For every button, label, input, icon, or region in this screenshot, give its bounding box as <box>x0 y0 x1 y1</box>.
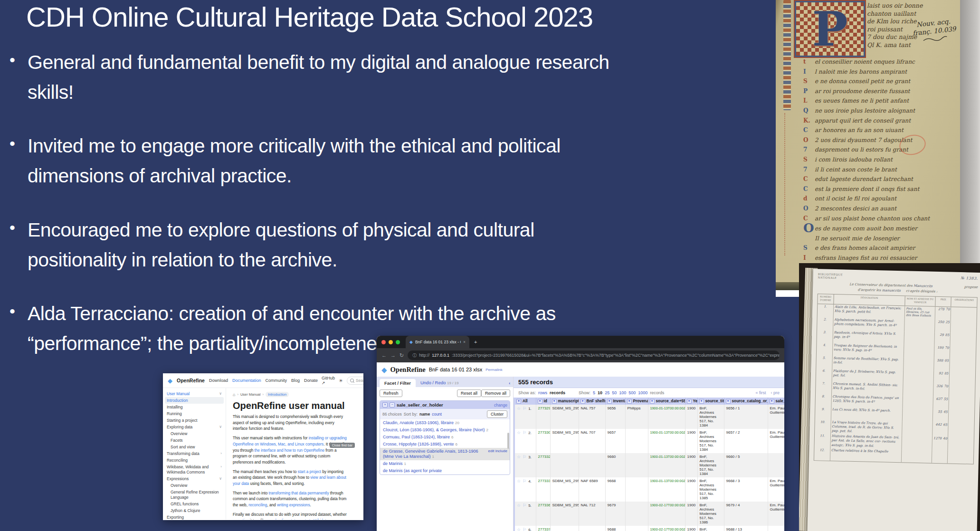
nav-community[interactable]: Community <box>266 378 287 383</box>
page-size-100[interactable]: 100 <box>619 390 626 395</box>
sidebar-item-wikibase[interactable]: Wikibase, Wikidata and Wikimedia Commons… <box>163 464 226 476</box>
sidebar-item-overview-2[interactable]: Overview <box>163 483 226 489</box>
sidebar-item-running[interactable]: Running <box>163 410 226 417</box>
sidebar-item-overview[interactable]: Overview <box>163 430 226 437</box>
star-icon[interactable]: ☆ <box>517 527 521 531</box>
close-find-bar-button[interactable]: Close find bar <box>330 443 355 448</box>
column-header-source-title[interactable]: ▾source_title <box>697 398 724 405</box>
facet-choice[interactable]: Cornuau, Paul (1863-1924), libraire6 <box>380 434 510 441</box>
back-icon[interactable]: ← <box>381 352 387 358</box>
facet-choice[interactable]: Claudin, Anatole (1833-1906), libraire20 <box>380 419 510 427</box>
permalink-link[interactable]: Permalink <box>485 368 503 372</box>
theme-toggle-icon[interactable]: ☀ <box>339 378 343 383</box>
close-tab-icon[interactable]: × <box>463 340 466 344</box>
star-icon[interactable]: ☆ <box>517 455 521 459</box>
refresh-button[interactable]: Refresh <box>380 389 402 397</box>
column-header-id[interactable]: ▾id <box>536 398 550 405</box>
page-size-500[interactable]: 500 <box>628 390 636 395</box>
facet-choice[interactable]: de Marinis1 <box>380 460 510 467</box>
facet-choice[interactable]: de Marinis (as agent for private <box>380 467 510 474</box>
sidebar-item-expressions[interactable]: Expressions∨ <box>163 476 226 483</box>
doc-link[interactable]: exporting <box>233 519 249 520</box>
sidebar-item-transforming-data[interactable]: Transforming data› <box>163 450 226 457</box>
star-icon[interactable]: ☆ <box>517 479 521 484</box>
remove-all-button[interactable]: Remove all <box>481 389 510 397</box>
page-size-5[interactable]: 5 <box>593 390 595 395</box>
column-header-manuscript[interactable]: ▾manuscript <box>550 398 579 405</box>
flag-icon[interactable]: ⚐ <box>523 455 526 459</box>
flag-icon[interactable]: ⚐ <box>523 406 526 411</box>
cluster-button[interactable]: Cluster <box>487 410 507 418</box>
forward-icon[interactable]: → <box>390 352 396 358</box>
sort-by-count[interactable]: count <box>432 412 442 417</box>
column-header-selling-agent[interactable]: ▾sale_selling_agent <box>768 398 784 405</box>
doc-link[interactable]: the interface and how to run OpenRefine <box>255 448 324 453</box>
flag-icon[interactable]: ⚐ <box>523 430 526 435</box>
nav-donate[interactable]: Donate <box>304 378 318 383</box>
doc-link[interactable]: transforming that data permanently <box>269 491 329 495</box>
page-size-25[interactable]: 25 <box>605 390 609 395</box>
scrollbar[interactable] <box>507 433 509 449</box>
search-input[interactable]: Search <box>347 377 363 385</box>
column-header-provenance[interactable]: ▾Provenance <box>625 398 648 405</box>
sidebar-item-reconciling[interactable]: Reconciling <box>163 457 226 464</box>
nav-blog[interactable]: Blog <box>291 378 300 383</box>
tab-facet-filter[interactable]: Facet / Filter <box>380 379 416 387</box>
sidebar-item-sort-and-view[interactable]: Sort and view <box>163 444 226 450</box>
facet-choice[interactable]: Clouzot, Léon (1836-1906), & Georges, li… <box>380 427 510 434</box>
collapse-panel-icon[interactable]: ‹ <box>509 381 510 387</box>
nav-github[interactable]: GitHub ↗ <box>322 376 335 385</box>
sidebar-item-jython[interactable]: Jython & Clojure <box>163 508 226 514</box>
nav-download[interactable]: Download <box>209 378 228 383</box>
openrefine-wordmark[interactable]: OpenRefine <box>390 366 426 374</box>
sidebar-item-grel-functions[interactable]: GREL functions <box>163 501 226 508</box>
column-header-all[interactable]: ▾All <box>515 398 536 405</box>
minimize-facet-icon[interactable]: − <box>390 402 395 408</box>
flag-icon[interactable]: ⚐ <box>523 527 526 531</box>
page-size-1000[interactable]: 1000 <box>638 390 647 395</box>
new-tab-button[interactable]: + <box>474 339 477 345</box>
star-icon[interactable]: ☆ <box>517 430 521 435</box>
page-size-50[interactable]: 50 <box>612 390 617 395</box>
doc-link[interactable]: reconciling <box>248 503 267 507</box>
window-controls[interactable] <box>381 340 400 344</box>
facet-include-link[interactable]: include <box>495 449 507 453</box>
pagination-first[interactable]: « first <box>755 390 766 395</box>
doc-link[interactable]: writing expressions <box>277 503 310 507</box>
column-header-source-date[interactable]: ▾source_date+555:555 <box>648 398 685 405</box>
address-bar[interactable]: ⓘ http://127.0.0.1:3333/project?project=… <box>408 351 780 360</box>
column-header-shelfmark[interactable]: ▾BnF shelfmark <box>579 398 605 405</box>
facet-choice[interactable]: Crosse, Hippolyte (1826-1898), vente6 <box>380 441 510 448</box>
sidebar-item-user-manual[interactable]: User Manual∨ <box>163 390 226 397</box>
column-header-inventaire[interactable]: ▾Inventaire <box>605 398 625 405</box>
sidebar-item-exploring-data[interactable]: Exploring data∨ <box>163 424 226 430</box>
reload-icon[interactable]: ↻ <box>400 352 404 359</box>
breadcrumb-user-manual[interactable]: User Manual <box>240 392 261 397</box>
browser-tab[interactable]: ◆ BnF data 16 01 23 xlsx - Open × <box>406 336 469 348</box>
home-icon[interactable]: ⌂ <box>233 392 235 397</box>
remove-facet-icon[interactable]: × <box>382 402 388 408</box>
tab-undo-redo[interactable]: Undo / Redo 19 / 19 <box>420 380 458 387</box>
nav-documentation[interactable]: Documentation <box>232 378 261 383</box>
sidebar-item-starting-a-project[interactable]: Starting a project <box>163 417 226 424</box>
site-info-icon[interactable]: ⓘ <box>412 352 417 359</box>
reset-all-button[interactable]: Reset all <box>457 389 481 397</box>
star-icon[interactable]: ☆ <box>517 503 521 508</box>
facet-choice-hovered[interactable]: de Grasse, Geneviève Gabrielle Anais, 18… <box>380 448 510 460</box>
sidebar-item-grel[interactable]: General Refine Expression Language <box>163 489 226 501</box>
show-as-rows-link[interactable]: rows <box>538 390 547 395</box>
facet-change-link[interactable]: change <box>494 403 507 408</box>
column-header-catalog[interactable]: ▾source_catalog_or_lot_number <box>724 398 768 405</box>
docs-brand[interactable]: OpenRefine <box>177 378 205 383</box>
sidebar-item-introduction[interactable]: Introduction <box>165 397 224 404</box>
pagination-prev[interactable]: ‹ pre <box>771 390 780 395</box>
sidebar-item-installing[interactable]: Installing <box>163 404 226 410</box>
facet-edit-link[interactable]: edit <box>488 449 495 453</box>
flag-icon[interactable]: ⚐ <box>523 503 526 508</box>
sort-by-name[interactable]: name <box>419 412 430 417</box>
sidebar-item-facets[interactable]: Facets <box>163 437 226 444</box>
doc-link[interactable]: start a project <box>298 470 322 474</box>
column-header-year[interactable]: ▾Year <box>685 398 697 405</box>
star-icon[interactable]: ☆ <box>517 406 521 411</box>
flag-icon[interactable]: ⚐ <box>523 479 526 484</box>
